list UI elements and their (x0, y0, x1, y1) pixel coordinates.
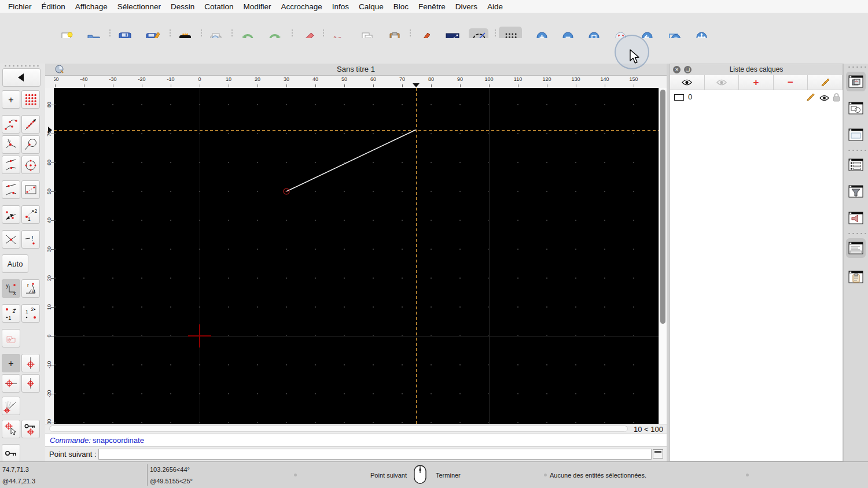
library-browser-dock-button[interactable] (846, 125, 866, 145)
shape-faded-button[interactable] (2, 329, 20, 347)
menu-fenetre[interactable]: Fenêtre (418, 2, 446, 11)
librecad-window: FichierÉditionAffichageSélectionnerDessi… (0, 0, 868, 488)
layer-row[interactable]: 0 (670, 91, 843, 104)
crosshair-horizontal-button[interactable] (2, 374, 20, 393)
snap-nearest-button[interactable] (2, 135, 20, 154)
command-options-button[interactable] (653, 449, 663, 459)
h-ruler-tick: 10 (226, 76, 231, 82)
snap-middle-button[interactable] (2, 156, 20, 174)
protractor-button[interactable] (2, 397, 20, 415)
snap-intersection-manual-button[interactable]: ! (21, 230, 40, 249)
mouse-icon (413, 465, 427, 486)
menu-fichier[interactable]: Fichier (8, 2, 32, 11)
menu-affichage[interactable]: Affichage (75, 2, 108, 11)
horizontal-scrollbar[interactable]: 10 < 100 (45, 424, 667, 434)
layer-list-dock-button[interactable] (846, 72, 866, 91)
layer-panel-titlebar[interactable]: ✕ ❏ Liste des calques (670, 64, 843, 76)
show-all-layers-button[interactable] (670, 75, 705, 90)
menu-aide[interactable]: Aide (487, 2, 503, 11)
svg-text:2: 2 (13, 308, 16, 314)
coord-relative: @44.7,21.3 (2, 478, 35, 485)
mouse-cursor (629, 49, 642, 66)
snap-tangent-button[interactable] (21, 135, 40, 154)
menu-edition[interactable]: Édition (42, 2, 65, 11)
coord-absolute: 74.7,71.3 (2, 466, 29, 473)
restrict-rectangle-button[interactable] (21, 180, 40, 199)
command-widget-dock-button[interactable] (846, 208, 866, 228)
svg-text:y: y (6, 283, 9, 289)
layer-lock-icon[interactable] (833, 93, 840, 103)
menu-cotation[interactable]: Cotation (204, 2, 233, 11)
snap-plus-button[interactable]: + (2, 354, 20, 372)
vertical-scrollbar[interactable] (659, 88, 667, 424)
eye-off-icon (716, 79, 727, 86)
menu-accrochage[interactable]: Accrochage (281, 2, 322, 11)
pencil-icon (821, 78, 830, 87)
mouse-hint-right: Terminer (436, 472, 461, 479)
status-divider (147, 464, 148, 486)
layer-panel-toolbar: + − (670, 75, 843, 90)
clipboard-dock-button[interactable] (846, 267, 866, 287)
snapbar-handle[interactable] (3, 65, 39, 67)
lock-relative-zero-button[interactable] (2, 444, 20, 463)
snap-on-entity-button[interactable] (21, 115, 40, 134)
drawing-canvas[interactable] (54, 88, 659, 424)
status-dot (544, 474, 547, 476)
h-ruler-tick: 140 (600, 76, 609, 82)
drawing-window-titlebar[interactable]: Sans titre 1 (45, 64, 667, 76)
h-ruler-tick: -20 (138, 76, 145, 82)
filter-dock-button[interactable] (846, 182, 866, 201)
workspace: + 12 ! Auto yx ra 12 12 + (0, 64, 868, 461)
polar-relative: @49.5155<25° (150, 478, 193, 485)
command-input[interactable] (98, 449, 652, 460)
crosshair-vertical-button[interactable] (21, 354, 40, 372)
edit-layer-button[interactable] (808, 75, 843, 90)
snap-auto-button[interactable]: Auto (2, 254, 28, 273)
layer-visibility-eye-icon[interactable] (819, 94, 829, 103)
snap-intersection-button[interactable] (2, 230, 20, 249)
lock-relative-zero-crosshair-button[interactable] (21, 420, 40, 438)
menu-modifier[interactable]: Modifier (243, 2, 271, 11)
snap-free-button[interactable]: + (2, 90, 20, 109)
menu-divers[interactable]: Divers (455, 2, 477, 11)
snap-endpoints-button[interactable] (2, 115, 20, 134)
menu-infos[interactable]: Infos (332, 2, 349, 11)
reference-2-1-button[interactable]: 12 (21, 304, 40, 323)
block-list-dock-button[interactable] (846, 98, 866, 118)
command-line-dock-button[interactable] (846, 238, 866, 258)
menu-dessin[interactable]: Dessin (171, 2, 194, 11)
coordinates-cartesian-button[interactable]: yx (2, 279, 20, 298)
restrict-directions-button[interactable] (2, 205, 20, 224)
crosshair-small-button[interactable] (21, 374, 40, 393)
h-ruler-tick: -50 (54, 76, 59, 82)
snap-center-button[interactable] (21, 156, 40, 174)
reference-1-2-button[interactable]: 12 (2, 304, 20, 323)
command-label: Commande: (50, 436, 91, 445)
menu-selectionner[interactable]: Sélectionner (117, 2, 161, 11)
layer-color-swatch[interactable] (674, 94, 684, 101)
horizontal-ruler: -50-40-30-20-100102030405060708090100110… (54, 76, 667, 88)
hide-all-layers-button[interactable] (705, 75, 740, 90)
h-ruler-tick: 40 (312, 76, 318, 82)
layer-edit-pencil-icon[interactable] (806, 93, 815, 103)
select-crosshair-button[interactable] (2, 420, 20, 438)
svg-text:1: 1 (9, 315, 12, 321)
h-ruler-tick: 110 (514, 76, 522, 82)
dock-handle[interactable] (847, 66, 866, 68)
remove-layer-button[interactable]: − (774, 75, 808, 90)
entity-list-dock-button[interactable] (846, 155, 866, 175)
back-button[interactable] (2, 68, 41, 87)
h-ruler-tick: -40 (80, 76, 87, 82)
dock-strip (843, 64, 868, 461)
snap-grid-button[interactable] (21, 90, 40, 109)
h-ruler-tick: 30 (284, 76, 289, 82)
menu-calque[interactable]: Calque (359, 2, 384, 11)
coordinates-polar-button[interactable]: ra (21, 279, 40, 298)
snap-distance-button[interactable] (2, 180, 20, 199)
drawing-window: Sans titre 1 -50-40-30-20-10010203040506… (45, 64, 667, 461)
horizontal-scrollbar-thumb[interactable] (49, 426, 628, 432)
points-1-2-button[interactable]: 12 (21, 205, 40, 224)
menu-bloc[interactable]: Bloc (393, 2, 409, 11)
vertical-scrollbar-thumb[interactable] (660, 90, 665, 324)
add-layer-button[interactable]: + (739, 75, 774, 90)
